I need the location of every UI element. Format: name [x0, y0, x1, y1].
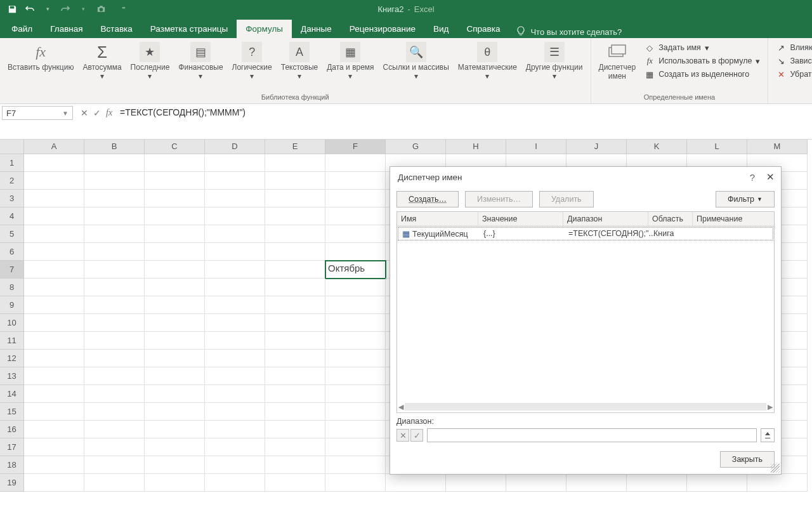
enter-icon[interactable]: ✓: [93, 108, 101, 118]
h-scrollbar[interactable]: [405, 403, 766, 411]
cell[interactable]: [145, 367, 205, 385]
scroll-right-icon[interactable]: ▶: [768, 403, 773, 411]
financial-button[interactable]: ▤Финансовые▾: [174, 41, 226, 93]
datetime-button[interactable]: ▦Дата и время▾: [323, 41, 377, 93]
col-range-header[interactable]: Диапазон: [563, 212, 648, 226]
cell[interactable]: [265, 403, 325, 421]
save-icon[interactable]: [6, 3, 18, 15]
cell[interactable]: [325, 172, 386, 190]
row-header[interactable]: 1: [0, 154, 24, 172]
cell[interactable]: [84, 261, 145, 279]
undo-icon[interactable]: [24, 3, 36, 15]
cell[interactable]: [205, 474, 265, 492]
cell[interactable]: [24, 403, 84, 421]
filter-button[interactable]: Фильтр▼: [716, 191, 775, 207]
cell[interactable]: [325, 385, 386, 403]
cell[interactable]: [145, 243, 205, 261]
cell[interactable]: [325, 421, 386, 438]
row-header[interactable]: 3: [0, 190, 24, 207]
cell[interactable]: [145, 350, 205, 367]
camera-icon[interactable]: [95, 3, 107, 15]
cell[interactable]: [205, 190, 265, 207]
cell[interactable]: [84, 350, 145, 367]
cell[interactable]: [265, 421, 325, 438]
cell[interactable]: [265, 154, 325, 172]
name-box[interactable]: F7▼: [2, 106, 73, 120]
cell[interactable]: [325, 332, 386, 350]
delete-button[interactable]: Удалить: [539, 191, 594, 207]
cell[interactable]: [24, 172, 84, 190]
accept-ref-icon[interactable]: ✓: [410, 429, 423, 442]
cell[interactable]: [265, 279, 325, 296]
math-button[interactable]: θМатематические▾: [454, 41, 521, 93]
col-header[interactable]: J: [566, 140, 627, 154]
trace-precedents-button[interactable]: ↗Влияющие ячейки: [775, 42, 812, 53]
cell[interactable]: [325, 474, 386, 492]
range-input[interactable]: [427, 428, 757, 442]
cell[interactable]: [84, 190, 145, 207]
cell[interactable]: [325, 225, 386, 243]
cell[interactable]: [205, 385, 265, 403]
logical-button[interactable]: ?Логические▾: [228, 41, 276, 93]
cell[interactable]: [205, 261, 265, 279]
cell[interactable]: [205, 243, 265, 261]
fx-icon[interactable]: fx: [106, 108, 112, 118]
create-button[interactable]: Создать…: [396, 191, 459, 207]
close-button[interactable]: Закрыть: [720, 451, 775, 468]
row-header[interactable]: 10: [0, 314, 24, 332]
tab-review[interactable]: Рецензирование: [341, 20, 424, 38]
select-all-button[interactable]: [0, 140, 24, 154]
cell[interactable]: [265, 225, 325, 243]
cell[interactable]: [205, 279, 265, 296]
cell[interactable]: [84, 172, 145, 190]
remove-arrows-button[interactable]: ✕Убрать стрелки ▾: [775, 69, 812, 80]
tab-page-layout[interactable]: Разметка страницы: [141, 20, 237, 38]
cell[interactable]: [24, 332, 84, 350]
cell[interactable]: [687, 474, 747, 492]
tab-formulas[interactable]: Формулы: [237, 20, 292, 38]
cell[interactable]: [145, 225, 205, 243]
cell[interactable]: [84, 438, 145, 456]
col-header[interactable]: M: [747, 140, 808, 154]
cell[interactable]: [24, 279, 84, 296]
cell[interactable]: [325, 279, 386, 296]
cell[interactable]: [84, 367, 145, 385]
cell[interactable]: [145, 279, 205, 296]
cell[interactable]: [145, 207, 205, 225]
scroll-left-icon[interactable]: ◀: [398, 403, 403, 411]
cell[interactable]: [205, 403, 265, 421]
cell[interactable]: [205, 314, 265, 332]
autosum-button[interactable]: ΣАвтосумма▾: [79, 41, 125, 93]
cell[interactable]: [566, 474, 627, 492]
cell[interactable]: [325, 456, 386, 474]
cell[interactable]: [84, 243, 145, 261]
cell[interactable]: [265, 332, 325, 350]
cell[interactable]: [325, 367, 386, 385]
create-from-selection-button[interactable]: ▦Создать из выделенного: [643, 69, 761, 80]
more-functions-button[interactable]: ☰Другие функции▾: [522, 41, 587, 93]
cell[interactable]: [84, 279, 145, 296]
name-manager-button[interactable]: Диспетчер имен: [595, 41, 640, 93]
text-button[interactable]: AТекстовые▾: [277, 41, 322, 93]
undo-dropdown-icon[interactable]: ▾: [42, 3, 53, 15]
col-header[interactable]: D: [205, 140, 265, 154]
cell[interactable]: [145, 172, 205, 190]
col-header[interactable]: E: [265, 140, 325, 154]
cell[interactable]: [84, 154, 145, 172]
cell[interactable]: [205, 332, 265, 350]
col-scope-header[interactable]: Область: [648, 212, 693, 226]
cell[interactable]: [84, 296, 145, 314]
cell[interactable]: [325, 207, 386, 225]
row-header[interactable]: 18: [0, 456, 24, 474]
cell[interactable]: [24, 296, 84, 314]
tell-me[interactable]: Что вы хотите сделать?: [509, 26, 629, 38]
row-header[interactable]: 5: [0, 225, 24, 243]
cell[interactable]: [265, 190, 325, 207]
row-header[interactable]: 11: [0, 332, 24, 350]
cell[interactable]: Октябрь: [325, 261, 386, 279]
tab-home[interactable]: Главная: [41, 20, 91, 38]
cell[interactable]: [325, 350, 386, 367]
cell[interactable]: [446, 474, 506, 492]
cell[interactable]: [84, 456, 145, 474]
cell[interactable]: [205, 421, 265, 438]
